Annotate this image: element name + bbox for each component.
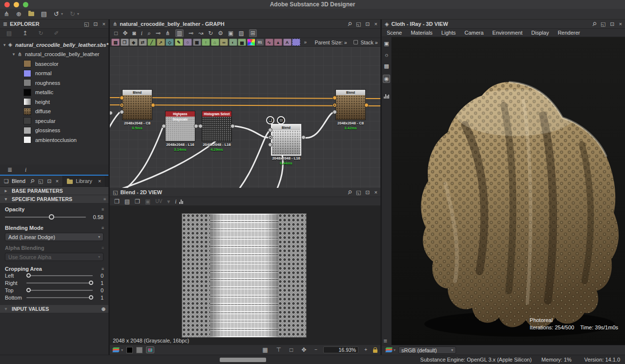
node-icon-blur[interactable]: ◆ [129,39,138,46]
node-icon-crop[interactable] [292,39,300,46]
info-tab-icon[interactable]: i [25,167,26,173]
channel-row[interactable]: metallic [0,88,108,98]
input-port[interactable] [333,103,337,107]
undo-dropdown-icon[interactable]: ▾ [61,12,63,16]
open-file-icon[interactable] [28,12,34,16]
lock-icon[interactable] [373,349,377,353]
close-icon[interactable]: × [619,21,622,27]
section-base-parameters[interactable]: ▸ BASE PARAMETERS [0,187,108,195]
info-icon[interactable]: i [175,199,176,204]
photo-camera-icon[interactable]: ◉ [383,75,391,83]
node-icon-tile-sampler[interactable]: ▦ [193,39,201,46]
zoom-level-input[interactable]: 16.93% [323,346,358,353]
input-port[interactable] [162,124,166,128]
overflow-icon[interactable]: » [375,40,378,45]
view2d-canvas[interactable] [110,206,380,338]
undo-icon[interactable]: ↺ [54,11,59,17]
view3d-viewport[interactable]: Photoreal Iterations: 254/500 Time: 39s/… [392,37,625,345]
node-icon-uniform-color[interactable]: ◐ [229,39,237,46]
menu-scene[interactable]: Scene [387,30,402,36]
export-icon[interactable]: ↥ [22,30,27,36]
close-icon[interactable]: × [375,190,377,195]
node-icon-hsl[interactable] [247,39,255,46]
opacity-value[interactable]: 0.58 [90,214,104,220]
output-port[interactable] [364,103,369,107]
node-icon-curves[interactable]: ∿ [265,39,273,46]
crop-top-slider[interactable] [26,290,93,291]
maximize-icon[interactable]: ⊡ [365,190,370,195]
display-options-icon[interactable]: ▣ [228,30,233,36]
pin-icon[interactable]: ⚲ [591,20,597,27]
graph-node-blend-1[interactable]: Blend [122,89,152,120]
preset-menu-icon[interactable]: ≡ [102,207,104,212]
compute-loop-icon[interactable]: ↻ [208,30,213,36]
node-icon-gradient-map[interactable]: ∞ [220,39,228,46]
dock-icon[interactable]: ◱ [84,21,89,27]
layers-icon[interactable]: ❐ [114,199,120,204]
input-port[interactable] [268,128,272,132]
node-icon-shape[interactable]: ○ [184,39,192,46]
menu-renderer[interactable]: Renderer [558,30,580,36]
input-port[interactable] [198,124,203,128]
crop-right-slider[interactable] [26,283,93,283]
channel-row[interactable]: specular [0,116,108,126]
channel-row[interactable]: ambientocclusion [0,135,108,145]
overflow-icon[interactable]: » [304,40,307,45]
node-icon-levels[interactable]: ▅ [238,39,246,46]
frame-all-icon[interactable]: □ [114,30,118,36]
graph-node-blend-selected[interactable]: Blend [271,124,301,156]
menu-environment[interactable]: Environment [492,30,522,36]
node-icon-text[interactable]: A [283,39,292,46]
environment-icon[interactable]: ▩ [384,63,389,69]
new-substance-icon[interactable]: ⊕ [16,11,21,17]
graph-node-blend-2[interactable]: Blend [335,89,366,120]
output-port[interactable] [151,103,155,107]
node-icon-warp[interactable]: ✎ [175,39,183,46]
colorspace-select[interactable]: sRGB (default) ▾ [398,346,456,354]
dock-icon[interactable]: ◱ [38,179,43,184]
pin-icon[interactable]: ⚲ [346,20,353,27]
pin-icon[interactable]: ⚲ [346,189,353,196]
node-icon-directional-blur[interactable]: ↗ [157,39,165,46]
dock-icon[interactable]: ◱ [601,21,605,27]
opacity-slider[interactable] [5,217,86,218]
preset-menu-icon[interactable]: ≡ [104,197,105,202]
pan-icon[interactable]: ✥ [301,347,306,353]
input-port[interactable] [268,142,272,147]
channels-icon[interactable] [386,347,393,353]
node-icon-directional-warp[interactable]: ⇄ [139,39,147,46]
tab-library[interactable]: Library × [63,176,105,186]
copy-image-icon[interactable]: ❐ [135,199,140,204]
tools-icon[interactable]: ⚙ [218,30,223,36]
curved-links-icon[interactable]: ↝ [198,30,203,36]
screenshot-icon[interactable]: ◙ [132,30,136,36]
channel-row[interactable]: diffuse [0,107,108,117]
collapse-icon[interactable]: ▾ [11,52,17,57]
chevron-down-icon[interactable]: ▾ [394,348,396,352]
display-mode-button[interactable] [146,346,154,353]
save-icon[interactable]: ▤ [41,11,47,17]
camera-video-icon[interactable]: ▣ [384,41,389,46]
input-port[interactable] [268,135,272,140]
channel-row[interactable]: glossiness [0,126,108,136]
chevron-down-icon[interactable]: ▾ [121,348,123,352]
tab-blend[interactable]: ❏ Blend ⚲ ◱ ⊡ × [0,176,63,186]
properties-tree-icon[interactable]: ≣ [7,167,12,173]
menu-camera[interactable]: Camera [464,30,483,36]
menu-materials[interactable]: Materials [411,30,433,36]
fit-frame-icon[interactable]: □ [290,347,293,353]
channels-icon[interactable] [113,347,120,353]
dock-icon[interactable]: ◱ [356,21,361,27]
input-port[interactable] [333,96,337,100]
straight-links-icon[interactable]: ⊸ [188,30,193,36]
overflow-icon[interactable]: » [344,40,347,45]
layout-mode-icon[interactable]: ▥ [175,29,184,37]
maximize-icon[interactable]: ⊡ [365,21,370,27]
clean-graph-icon[interactable]: ▨ [238,30,244,36]
background-black-swatch[interactable] [126,347,133,353]
collapse-icon[interactable]: ▾ [2,42,7,47]
save-image-icon[interactable]: ▤ [125,199,130,204]
tiling-grid-icon[interactable]: ▦ [262,347,268,353]
node-action-doc-button[interactable]: ❏ [266,116,274,124]
info-icon[interactable]: i [141,30,143,36]
